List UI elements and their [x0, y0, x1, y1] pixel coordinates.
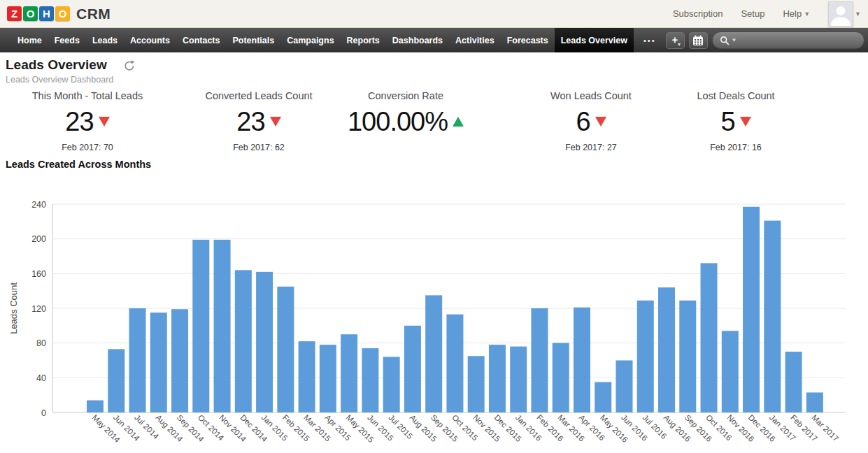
bar-sep-2014[interactable] [171, 309, 188, 412]
y-tick-label: 160 [31, 269, 46, 279]
kpi-value: 6 [576, 107, 590, 137]
y-tick-label: 0 [41, 408, 46, 418]
bar-jan-2017[interactable] [764, 221, 781, 412]
user-silhouette-icon [829, 2, 853, 26]
nav-tab-accounts[interactable]: Accounts [124, 28, 176, 52]
bar-dec-2015[interactable] [489, 345, 506, 412]
chart-section-heading: Leads Created Across Months [6, 159, 151, 170]
main-nav: HomeFeedsLeadsAccountsContactsPotentials… [0, 28, 868, 52]
kpi-conversion-rate: Conversion Rate100.00% [318, 90, 493, 143]
nav-overflow-button[interactable]: ••• [634, 28, 666, 52]
bar-feb-2015[interactable] [277, 287, 294, 412]
bar-apr-2016[interactable] [574, 308, 590, 412]
bar-jul-2015[interactable] [383, 357, 400, 412]
kpi-value: 23 [65, 107, 93, 137]
bar-jan-2015[interactable] [256, 272, 273, 412]
kpi-label: Conversion Rate [318, 90, 493, 101]
bar-dec-2014[interactable] [235, 270, 252, 412]
zoho-crm-logo[interactable]: ZOHO CRM [7, 6, 111, 22]
nav-tab-campaigns[interactable]: Campaigns [280, 28, 340, 52]
kpi-compare: Feb 2017: 16 [648, 143, 823, 152]
bar-oct-2014[interactable] [192, 240, 209, 412]
search-icon [720, 36, 730, 45]
bar-jun-2016[interactable] [616, 361, 633, 413]
bar-jul-2014[interactable] [129, 308, 146, 412]
bar-aug-2015[interactable] [404, 326, 421, 412]
bar-jun-2015[interactable] [362, 348, 378, 412]
zoho-logo-tile-3: O [55, 6, 70, 21]
bar-nov-2014[interactable] [214, 240, 231, 412]
zoho-logo-tile-2: H [39, 6, 54, 21]
bar-nov-2015[interactable] [468, 356, 485, 412]
nav-tabs: HomeFeedsLeadsAccountsContactsPotentials… [0, 28, 634, 52]
zoho-crm-leads-overview-page: { "header": { "logo_letters": [ { "char"… [0, 0, 868, 453]
refresh-button[interactable] [123, 59, 136, 72]
quick-add-button[interactable]: + ▼ [666, 32, 685, 49]
setup-link[interactable]: Setup [741, 8, 764, 19]
kpi-value-wrap: 23 [0, 106, 175, 137]
bar-feb-2017[interactable] [785, 352, 802, 412]
nav-tab-dashboards[interactable]: Dashboards [386, 28, 449, 52]
help-menu[interactable]: Help▼ [783, 8, 810, 19]
bar-mar-2017[interactable] [806, 392, 823, 412]
bar-aug-2014[interactable] [150, 312, 167, 412]
nav-tab-activities[interactable]: Activities [449, 28, 501, 52]
avatar[interactable] [828, 1, 853, 27]
bar-nov-2016[interactable] [722, 331, 739, 412]
bar-dec-2016[interactable] [743, 207, 760, 412]
header-right: Subscription Setup Help▼ ▼ [673, 1, 868, 27]
brand-name: CRM [76, 6, 111, 22]
bar-aug-2016[interactable] [658, 287, 675, 412]
bar-may-2016[interactable] [595, 382, 611, 412]
trend-up-icon [453, 117, 464, 127]
nav-tab-reports[interactable]: Reports [341, 28, 386, 52]
kpi-compare: Feb 2017: 70 [0, 143, 175, 152]
bar-sep-2015[interactable] [425, 295, 442, 412]
bar-may-2014[interactable] [87, 401, 104, 412]
kpi-value: 23 [236, 107, 264, 137]
bar-mar-2015[interactable] [299, 341, 315, 412]
leads-created-chart: 04080120160200240May 2014Jun 2014Jul 201… [0, 196, 868, 453]
help-label: Help [783, 8, 802, 19]
nav-tab-potentials[interactable]: Potentials [226, 28, 280, 52]
kpi-label: Lost Deals Count [648, 90, 823, 101]
page-subtitle: Leads Overview Dashboard [6, 75, 113, 85]
user-menu[interactable]: ▼ [828, 1, 861, 27]
bar-jun-2014[interactable] [108, 349, 124, 412]
bar-jul-2016[interactable] [637, 301, 654, 412]
zoho-logo-tiles: ZOHO [7, 6, 70, 21]
nav-tab-forecasts[interactable]: Forecasts [501, 28, 555, 52]
bar-sep-2016[interactable] [679, 301, 696, 412]
bar-may-2015[interactable] [341, 334, 357, 412]
trend-down-icon [99, 117, 110, 127]
trend-down-icon [740, 117, 751, 127]
kpi-label: This Month - Total Leads [0, 90, 175, 101]
y-axis-title: Leads Count [8, 282, 19, 334]
bar-feb-2016[interactable] [531, 308, 548, 412]
search-input[interactable] [739, 36, 856, 45]
y-tick-label: 40 [36, 373, 46, 383]
nav-tab-feeds[interactable]: Feeds [48, 28, 86, 52]
nav-tab-leads[interactable]: Leads [86, 28, 124, 52]
bar-oct-2015[interactable] [446, 315, 463, 412]
bar-jan-2016[interactable] [510, 347, 527, 412]
nav-tab-home[interactable]: Home [11, 28, 48, 52]
zoho-logo-tile-0: Z [7, 6, 22, 21]
bar-apr-2015[interactable] [320, 345, 336, 412]
y-tick-label: 120 [31, 304, 46, 314]
nav-tab-contacts[interactable]: Contacts [176, 28, 226, 52]
kpi-compare: Feb 2017: 62 [171, 143, 346, 152]
leads-chart-svg: 04080120160200240May 2014Jun 2014Jul 201… [0, 196, 868, 453]
calendar-button[interactable] [689, 32, 708, 49]
bar-mar-2016[interactable] [553, 343, 569, 412]
subscription-link[interactable]: Subscription [673, 8, 723, 19]
nav-tab-leads-overview[interactable]: Leads Overview [555, 28, 634, 52]
chevron-down-icon: ▼ [804, 10, 810, 17]
bar-oct-2016[interactable] [701, 263, 718, 412]
kpi-value: 100.00% [348, 107, 448, 137]
kpi-lost-deals-count: Lost Deals Count5Feb 2017: 16 [648, 90, 823, 152]
chevron-down-icon: ▼ [855, 10, 861, 17]
global-search[interactable]: ▼ [712, 31, 865, 49]
trend-down-icon [270, 117, 281, 127]
chevron-down-icon: ▼ [677, 42, 682, 47]
